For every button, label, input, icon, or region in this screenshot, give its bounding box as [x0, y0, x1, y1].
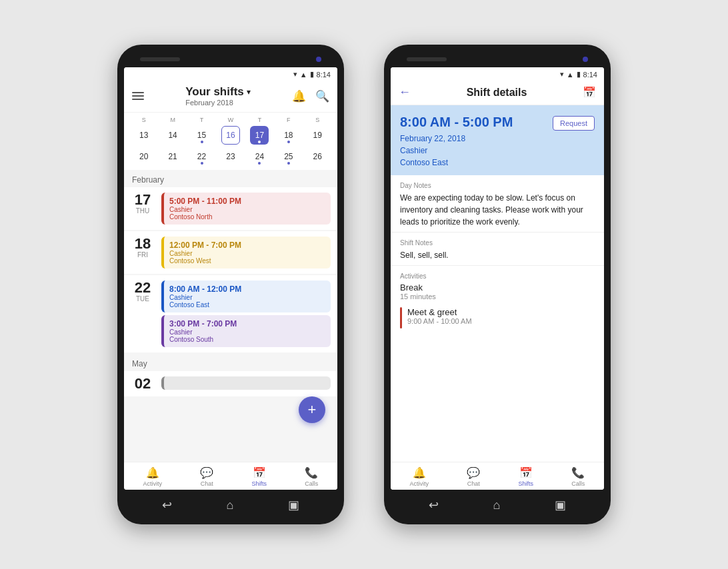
nav-activity-2[interactable]: 🔔 Activity	[410, 466, 429, 487]
phone-speaker-2	[407, 57, 447, 61]
activity-icon-2: 🔔	[413, 466, 426, 479]
cal-day-23[interactable]: 23	[221, 147, 240, 166]
cal-day-17[interactable]: 17	[250, 126, 269, 145]
meet-sub: 9:00 AM - 10:00 AM	[407, 317, 472, 325]
shift-date-17: 17 THU	[131, 193, 155, 225]
activity-label: Activity	[143, 480, 163, 487]
signal-icon-2: ▲	[567, 71, 574, 79]
phone-top-bar-2	[391, 57, 604, 67]
chevron-down-icon[interactable]: ▾	[247, 87, 251, 97]
nav-chat[interactable]: 💬 Chat	[200, 466, 213, 487]
day-notes-section: Day Notes We are expecting today to be s…	[391, 175, 604, 233]
phone-screen-1: ▾ ▲ ▮ 8:14 Your shifts ▾ February 2018 🔔…	[124, 67, 337, 490]
header-subtitle-1: February 2018	[185, 99, 251, 107]
meet-bar	[400, 307, 402, 328]
activities-label: Activities	[400, 273, 595, 280]
nav-shifts[interactable]: 📅 Shifts	[252, 466, 267, 487]
break-name: Break	[400, 283, 595, 292]
shifts-bell-icon[interactable]: 🔔	[292, 89, 306, 103]
back-button[interactable]: ←	[399, 85, 411, 99]
cal-day-26[interactable]: 26	[308, 147, 327, 166]
home-hw-btn-1[interactable]: ⌂	[227, 498, 234, 512]
cal-day-25[interactable]: 25	[279, 147, 298, 166]
week-row-1: 13 14 15 16 17 18 19	[129, 126, 332, 145]
phone-bottom-bar-1: ↩ ⌂ ▣	[124, 490, 337, 512]
cal-day-21[interactable]: 21	[163, 147, 182, 166]
activity-icon: 🔔	[146, 466, 159, 479]
header-main-title-1: Your shifts	[185, 85, 244, 99]
shift-row-18[interactable]: 18 FRI 12:00 PM - 7:00 PM Cashier Contos…	[124, 231, 337, 274]
cal-day-20[interactable]: 20	[135, 147, 153, 166]
shift-location-22b: Contoso South	[169, 336, 325, 343]
recents-hw-btn-2[interactable]: ▣	[555, 498, 566, 512]
hero-location: Contoso East	[400, 157, 595, 169]
cal-day-22[interactable]: 22	[193, 147, 211, 166]
nav-calls[interactable]: 📞 Calls	[305, 466, 318, 487]
chat-label-2: Chat	[467, 480, 480, 487]
day-label-t1: T	[193, 117, 211, 123]
nav-calls-2[interactable]: 📞 Calls	[571, 466, 585, 487]
day-label-s2: S	[308, 117, 327, 123]
nav-chat-2[interactable]: 💬 Chat	[467, 466, 480, 487]
phone-camera-2	[583, 57, 588, 62]
shift-role-22a: Cashier	[169, 294, 325, 301]
shift-notes-section: Shift Notes Sell, sell, sell.	[391, 233, 604, 266]
shift-time-17: 5:00 PM - 11:00 PM	[169, 197, 325, 206]
shift-location-18: Contoso West	[169, 257, 325, 265]
day-label-t2: T	[250, 117, 269, 123]
detail-shifts-icon[interactable]: 📅	[583, 86, 596, 99]
nav-shifts-2[interactable]: 📅 Shifts	[519, 466, 534, 487]
nav-activity[interactable]: 🔔 Activity	[143, 466, 163, 487]
back-hw-btn-2[interactable]: ↩	[429, 498, 439, 512]
shift-time-22b: 3:00 PM - 7:00 PM	[169, 319, 325, 328]
signal-icon: ▲	[300, 71, 307, 79]
header-icons-1: 🔔 🔍	[292, 89, 329, 103]
request-button[interactable]: Request	[553, 116, 595, 131]
phone-top-bar-1	[124, 57, 337, 67]
cal-day-15[interactable]: 15	[193, 126, 211, 145]
phone-2: ▾ ▲ ▮ 8:14 ← Shift details 📅 Request 8:0…	[384, 45, 611, 524]
menu-icon[interactable]	[132, 92, 144, 100]
shifts-label: Shifts	[252, 480, 267, 487]
status-bar-2: ▾ ▲ ▮ 8:14	[391, 67, 604, 80]
home-hw-btn-2[interactable]: ⌂	[493, 498, 501, 512]
day-label-f: F	[279, 117, 298, 123]
detail-scroll[interactable]: Day Notes We are expecting today to be s…	[391, 175, 604, 462]
shift-row-may[interactable]: 02	[124, 371, 337, 396]
shift-role-17: Cashier	[169, 206, 325, 213]
shift-card-22b[interactable]: 3:00 PM - 7:00 PM Cashier Contoso South	[161, 315, 331, 347]
battery-icon: ▮	[310, 70, 314, 79]
phone-bottom-bar-2: ↩ ⌂ ▣	[391, 490, 604, 512]
recents-hw-btn-1[interactable]: ▣	[288, 498, 299, 512]
shift-row-22[interactable]: 22 TUE 8:00 AM - 12:00 PM Cashier Contos…	[124, 275, 337, 352]
cal-day-16[interactable]: 16	[221, 126, 240, 145]
bottom-nav-2: 🔔 Activity 💬 Chat 📅 Shifts 📞 Calls	[391, 462, 604, 490]
cal-day-19[interactable]: 19	[308, 126, 327, 145]
cal-day-18[interactable]: 18	[279, 126, 298, 145]
shift-card-may[interactable]	[161, 376, 331, 390]
search-icon[interactable]: 🔍	[315, 89, 329, 103]
cal-day-24[interactable]: 24	[250, 147, 269, 166]
activity-meet-greet: Meet & greet 9:00 AM - 10:00 AM	[400, 307, 595, 328]
shift-notes-text: Sell, sell, sell.	[400, 249, 595, 261]
shifts-scroll[interactable]: February 17 THU 5:00 PM - 11:00 PM Cashi…	[124, 170, 337, 462]
week-row-2: 20 21 22 23 24 25 26	[129, 147, 332, 166]
day-label-w: W	[221, 117, 240, 123]
shift-card-22a[interactable]: 8:00 AM - 12:00 PM Cashier Contoso East	[161, 281, 331, 312]
header-title-1: Your shifts ▾ February 2018	[185, 85, 251, 107]
chat-icon-2: 💬	[467, 466, 480, 479]
month-label-may: May	[124, 354, 337, 371]
cal-day-14[interactable]: 14	[163, 126, 182, 145]
month-label-feb: February	[124, 170, 337, 187]
activity-label-2: Activity	[410, 480, 429, 487]
cal-day-13[interactable]: 13	[135, 126, 153, 145]
back-hw-btn-1[interactable]: ↩	[162, 498, 172, 512]
shift-row-17[interactable]: 17 THU 5:00 PM - 11:00 PM Cashier Contos…	[124, 187, 337, 230]
shift-card-17[interactable]: 5:00 PM - 11:00 PM Cashier Contoso North	[161, 193, 331, 225]
meet-name: Meet & greet	[407, 307, 472, 317]
activity-break: Break 15 minutes	[400, 283, 595, 300]
status-bar-1: ▾ ▲ ▮ 8:14	[124, 67, 337, 80]
add-shift-fab[interactable]: +	[299, 396, 325, 423]
calls-label: Calls	[305, 480, 318, 487]
shift-card-18[interactable]: 12:00 PM - 7:00 PM Cashier Contoso West	[161, 237, 331, 269]
